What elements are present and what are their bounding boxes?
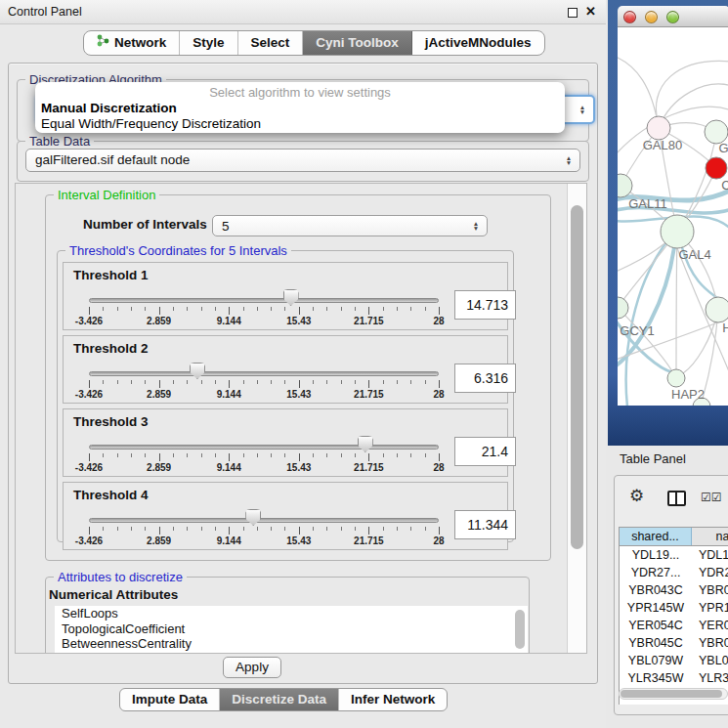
tab-label: Select [251, 31, 290, 55]
slider-thumb[interactable] [245, 509, 261, 526]
tab-impute-data[interactable]: Impute Data [120, 689, 220, 710]
edge[interactable] [656, 61, 728, 125]
minimize-traffic-light-icon[interactable] [645, 11, 658, 23]
slider-track[interactable] [89, 445, 439, 450]
tick-mark [284, 527, 285, 531]
dropdown-option[interactable]: Equal Width/Frequency Discretization [35, 116, 565, 132]
node[interactable] [647, 116, 670, 140]
tab-jactivemnodules[interactable]: jActiveMNodules [412, 31, 544, 55]
tick-mark [257, 380, 258, 384]
tab-cyni-toolbox[interactable]: Cyni Toolbox [303, 31, 412, 55]
tick-mark [89, 380, 90, 388]
float-window-icon[interactable] [568, 8, 578, 18]
table-row[interactable]: YLR345WYLR3 [620, 669, 728, 687]
gear-icon[interactable]: ⚙ [629, 486, 644, 506]
threshold-box: Threshold 2-3.4262.8599.14415.4321.71528… [63, 335, 508, 404]
table-row[interactable]: YPR145WYPR1 [620, 599, 728, 617]
node[interactable] [706, 297, 728, 322]
tick-mark [243, 307, 244, 311]
tick-mark [229, 307, 230, 315]
list-item[interactable]: BetweennessCentrality [55, 636, 528, 652]
table-row[interactable]: YDL19...YDL1 [620, 546, 728, 564]
tick-mark [131, 307, 132, 311]
vertical-scrollbar-thumb[interactable] [571, 205, 583, 549]
cell-name: YBR0 [692, 634, 728, 652]
slider-track[interactable] [89, 298, 439, 303]
slider-track[interactable] [89, 371, 439, 376]
tab-infer-network[interactable]: Infer Network [339, 689, 447, 710]
list-scrollbar-thumb[interactable] [515, 610, 525, 649]
tab-discretize-data[interactable]: Discretize Data [220, 689, 339, 710]
table-row[interactable]: YBL079WYBL0 [620, 652, 728, 669]
cyni-toolbox-panel: Discretization Algorithm ▲▼ Table Data g… [8, 63, 598, 684]
threshold-label: Threshold 2 [73, 341, 149, 356]
network-canvas[interactable]: GAL80GACGAL11GAL4GCY1HHAP2 [618, 27, 728, 406]
cell-name: YPR1 [692, 599, 728, 617]
threshold-value-field[interactable]: 14.713 [454, 290, 516, 320]
number-of-intervals-combobox[interactable]: 5 ▲▼ [212, 215, 488, 236]
node[interactable] [661, 215, 694, 248]
slider-thumb[interactable] [190, 363, 205, 379]
columns-icon[interactable] [667, 491, 686, 506]
combo-stepper-icon[interactable]: ▲▼ [470, 216, 482, 236]
zoom-traffic-light-icon[interactable] [666, 11, 679, 23]
table-row[interactable]: YDR27...YDR2 [620, 564, 728, 581]
horizontal-scrollbar[interactable] [619, 688, 728, 700]
column-header[interactable]: shared... [620, 528, 692, 545]
algorithm-dropdown-popup: Select algorithm to view settings Manual… [35, 82, 565, 133]
table-data-group: Table Data galFiltered.sif default node … [17, 141, 589, 182]
node[interactable] [618, 297, 628, 319]
threshold-value-field[interactable]: 6.316 [454, 364, 516, 393]
node[interactable] [667, 369, 685, 387]
slider-thumb[interactable] [358, 436, 373, 452]
vertical-scrollbar[interactable] [567, 184, 587, 653]
combo-stepper-icon[interactable]: ▲▼ [563, 150, 575, 171]
tab-network[interactable]: Network [84, 31, 180, 55]
tick-label: 9.144 [199, 535, 258, 546]
table-row[interactable]: YBR045CYBR0 [620, 634, 728, 652]
edge[interactable] [618, 237, 671, 272]
tick-mark [439, 453, 440, 461]
node[interactable] [618, 174, 632, 197]
tick-label: 2.859 [130, 462, 189, 473]
slider-track[interactable] [89, 518, 439, 523]
tick-mark [173, 307, 174, 311]
thresholds-group-title: Threshold's Coordinates for 5 Intervals [65, 243, 291, 258]
node-label: H [722, 321, 728, 335]
tick-mark [173, 453, 174, 457]
slider-thumb[interactable] [283, 289, 299, 306]
network-window-titlebar[interactable] [618, 6, 728, 27]
cell-shared-name: YDL19... [620, 546, 692, 564]
list-item[interactable]: TopologicalCoefficient [55, 621, 528, 637]
tick-mark [201, 307, 202, 311]
tick-mark [159, 453, 160, 461]
column-header[interactable]: na [692, 528, 728, 545]
tab-style[interactable]: Style [180, 31, 237, 55]
table-row[interactable]: YER054CYER0 [620, 617, 728, 634]
horizontal-scrollbar-thumb[interactable] [621, 690, 722, 698]
tick-mark [145, 527, 146, 531]
combo-stepper-icon[interactable]: ▲▼ [577, 97, 588, 122]
dropdown-option[interactable]: Manual Discretization [35, 101, 565, 116]
tick-mark [215, 307, 216, 311]
edge[interactable] [618, 57, 659, 128]
node[interactable] [706, 157, 727, 179]
table-data-combobox[interactable]: galFiltered.sif default node ▲▼ [25, 149, 580, 172]
tick-mark [341, 453, 342, 457]
close-icon[interactable]: ✕ [585, 4, 596, 19]
edge[interactable] [676, 232, 677, 378]
threshold-value-field[interactable]: 21.4 [454, 437, 516, 466]
slider-tick-labels: -3.4262.8599.14415.4321.71528 [89, 462, 439, 473]
tab-select[interactable]: Select [238, 31, 304, 55]
close-traffic-light-icon[interactable] [623, 11, 636, 23]
slider-ticks [89, 307, 439, 316]
select-columns-checkboxes-icon[interactable]: ☑☑ [701, 491, 722, 504]
list-item[interactable]: SelfLoops [55, 606, 528, 621]
panel-title: Control Panel [8, 5, 82, 19]
tick-mark [215, 453, 216, 457]
numerical-attributes-list[interactable]: SelfLoopsTopologicalCoefficientBetweenne… [55, 606, 528, 653]
apply-button[interactable]: Apply [223, 657, 281, 678]
cell-shared-name: YPR145W [620, 599, 692, 617]
threshold-value-field[interactable]: 11.344 [454, 510, 516, 539]
table-row[interactable]: YBR043CYBR0 [620, 581, 728, 599]
